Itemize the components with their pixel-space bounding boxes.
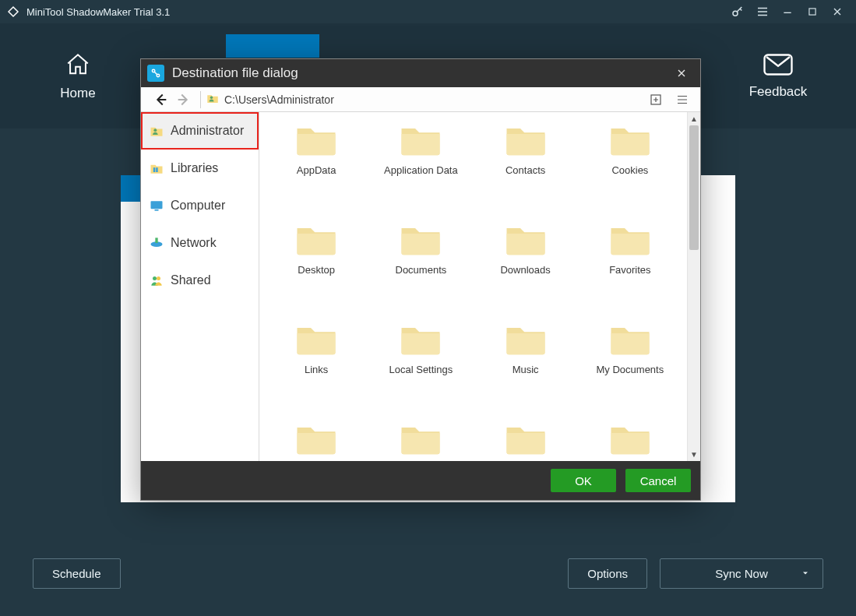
- sidebar-item-administrator[interactable]: Administrator: [141, 112, 259, 150]
- folder-label: AppData: [269, 164, 363, 176]
- new-folder-button[interactable]: [646, 90, 666, 109]
- maximize-button[interactable]: [800, 1, 825, 23]
- scroll-down-button[interactable]: ▼: [688, 448, 700, 461]
- cancel-button[interactable]: Cancel: [625, 469, 691, 492]
- folder-label: Contacts: [479, 164, 572, 176]
- folder-item[interactable]: [267, 421, 365, 461]
- folder-icon: [608, 121, 652, 160]
- svg-rect-9: [156, 167, 158, 172]
- folder-label: Desktop: [269, 264, 363, 276]
- nav-home-label: Home: [60, 86, 95, 101]
- user-folder-icon: [206, 91, 220, 107]
- folder-icon: [608, 321, 652, 359]
- footer: Schedule Options Sync Now: [0, 530, 856, 616]
- folder-item[interactable]: [372, 421, 470, 461]
- minimize-button[interactable]: [775, 1, 800, 23]
- path-bar[interactable]: C:\Users\Administrator: [206, 91, 334, 107]
- folder-icon: [608, 221, 652, 259]
- nav-active-indicator: [226, 34, 319, 58]
- sidebar-item-label: Computer: [171, 199, 225, 213]
- svg-rect-1: [809, 9, 815, 15]
- folder-item[interactable]: Downloads: [477, 221, 575, 313]
- folder-item[interactable]: Cookies: [581, 121, 679, 213]
- folder-item[interactable]: Contacts: [477, 121, 575, 213]
- folder-item[interactable]: [581, 421, 679, 461]
- folder-icon: [294, 321, 338, 359]
- folder-label: Local Settings: [374, 364, 467, 375]
- scroll-up-button[interactable]: ▲: [688, 112, 700, 125]
- separator: [200, 91, 201, 108]
- dialog-icon: [147, 65, 164, 82]
- folder-label: Links: [269, 364, 363, 375]
- dialog-title: Destination file dialog: [172, 65, 298, 81]
- dialog-toolbar: C:\Users\Administrator: [141, 87, 700, 112]
- folder-label: My Documents: [583, 364, 677, 375]
- folder-item[interactable]: Links: [267, 321, 365, 413]
- sidebar-item-shared[interactable]: Shared: [141, 262, 259, 299]
- svg-point-15: [157, 276, 160, 280]
- options-button[interactable]: Options: [568, 558, 647, 589]
- svg-rect-13: [155, 238, 157, 243]
- folder-label: Cookies: [583, 164, 677, 176]
- folder-icon: [504, 321, 548, 359]
- dialog-titlebar: Destination file dialog: [141, 59, 700, 87]
- svg-point-14: [153, 276, 157, 280]
- dialog-close-button[interactable]: [671, 62, 692, 84]
- dialog-body: AdministratorLibrariesComputerNetworkSha…: [141, 112, 700, 461]
- path-text: C:\Users\Administrator: [224, 93, 334, 106]
- folder-icon: [399, 221, 442, 259]
- sidebar-item-label: Administrator: [171, 124, 244, 138]
- sidebar-item-libraries[interactable]: Libraries: [141, 150, 259, 187]
- menu-icon[interactable]: [750, 1, 775, 23]
- folder-item[interactable]: Music: [477, 321, 575, 413]
- folder-icon: [504, 121, 548, 160]
- app-title: MiniTool ShadowMaker Trial 3.1: [26, 6, 170, 18]
- folder-item[interactable]: [477, 421, 575, 461]
- titlebar: MiniTool ShadowMaker Trial 3.1: [0, 0, 856, 23]
- sidebar-item-label: Network: [171, 236, 217, 250]
- folder-icon: [294, 421, 338, 459]
- svg-rect-11: [155, 209, 159, 211]
- folder-item[interactable]: Local Settings: [372, 321, 470, 413]
- folder-item[interactable]: AppData: [267, 121, 365, 213]
- back-button[interactable]: [149, 89, 172, 111]
- close-button[interactable]: [825, 1, 850, 23]
- svg-rect-8: [153, 167, 156, 172]
- folder-item[interactable]: Application Data: [372, 121, 470, 213]
- ok-button[interactable]: OK: [551, 469, 616, 492]
- folder-icon: [608, 421, 652, 459]
- folder-item[interactable]: My Documents: [581, 321, 679, 413]
- nav-home[interactable]: Home: [23, 51, 132, 101]
- user-folder-icon: [149, 123, 164, 139]
- nav-feedback[interactable]: Feedback: [724, 53, 833, 100]
- sync-now-button[interactable]: Sync Now: [660, 558, 823, 589]
- folder-icon: [399, 421, 442, 459]
- folder-icon: [399, 321, 442, 359]
- folder-label: Downloads: [479, 264, 572, 276]
- folder-item[interactable]: Desktop: [267, 221, 365, 313]
- folder-grid: AppDataApplication DataContactsCookiesDe…: [259, 112, 687, 461]
- schedule-button[interactable]: Schedule: [33, 558, 121, 589]
- network-icon: [149, 235, 164, 251]
- folder-icon: [294, 121, 338, 160]
- folder-label: Favorites: [583, 264, 677, 276]
- svg-point-5: [210, 97, 213, 99]
- forward-button[interactable]: [172, 89, 196, 111]
- app-icon: [6, 5, 20, 19]
- sidebar-item-computer[interactable]: Computer: [141, 187, 259, 224]
- folder-item[interactable]: Favorites: [581, 221, 679, 313]
- folder-item[interactable]: Documents: [372, 221, 470, 313]
- destination-dialog: Destination file dialog C:\Users\Adminis…: [140, 58, 701, 501]
- sidebar-item-label: Shared: [171, 273, 211, 287]
- shared-icon: [149, 273, 164, 288]
- scroll-thumb[interactable]: [689, 125, 699, 250]
- folder-icon: [504, 221, 548, 259]
- scrollbar[interactable]: ▲ ▼: [687, 112, 700, 461]
- dialog-sidebar: AdministratorLibrariesComputerNetworkSha…: [141, 112, 259, 461]
- folder-icon: [399, 121, 442, 160]
- sidebar-item-network[interactable]: Network: [141, 224, 259, 262]
- folder-label: Documents: [374, 264, 467, 276]
- folder-area: AppDataApplication DataContactsCookiesDe…: [259, 112, 700, 461]
- key-icon[interactable]: [725, 1, 750, 23]
- view-list-button[interactable]: [672, 90, 692, 109]
